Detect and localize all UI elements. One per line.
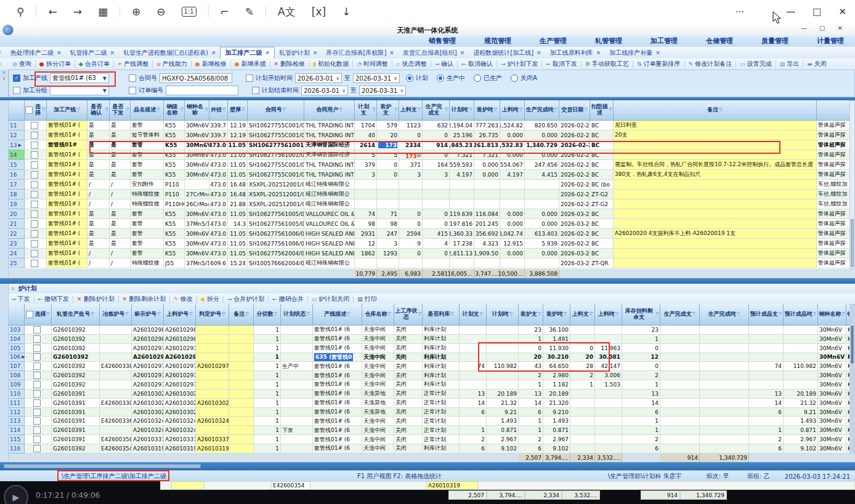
cell[interactable]: 1 bbox=[519, 426, 543, 435]
cell[interactable]: 30Mn6V bbox=[818, 399, 846, 408]
cell[interactable] bbox=[450, 258, 474, 268]
status-radio-生产中[interactable] bbox=[437, 74, 444, 82]
cell[interactable]: 2.980 bbox=[543, 371, 570, 380]
cell[interactable]: 1 bbox=[254, 353, 281, 362]
cell[interactable]: G26010392 bbox=[52, 371, 100, 380]
cell[interactable]: 套管线01# (6 bbox=[313, 408, 362, 417]
cell[interactable]: 套管线01# (6 bbox=[313, 399, 362, 408]
cell[interactable] bbox=[399, 199, 423, 209]
cell[interactable] bbox=[423, 190, 450, 199]
cell[interactable]: 379 bbox=[355, 160, 377, 170]
toolbar-button-新增承揽[interactable]: ●新增承揽 bbox=[232, 60, 269, 68]
cell[interactable] bbox=[660, 417, 700, 426]
cell[interactable]: 1 bbox=[519, 335, 543, 344]
cell[interactable] bbox=[660, 390, 700, 399]
cell[interactable]: 关闭 bbox=[394, 380, 423, 390]
cell[interactable]: 1 bbox=[254, 344, 281, 353]
cell[interactable]: 74 bbox=[355, 209, 377, 219]
toolbar-handle-icon[interactable]: ⁞ bbox=[0, 62, 10, 67]
cell[interactable]: 43 bbox=[519, 362, 543, 371]
column-header-品名描述[interactable]: 品名描述▽ bbox=[131, 100, 164, 121]
cell[interactable]: 20 bbox=[377, 130, 399, 140]
cell[interactable]: 15.24 bbox=[228, 258, 248, 268]
cell[interactable]: 套管线01# (6 bbox=[313, 362, 362, 371]
cell[interactable] bbox=[196, 344, 229, 353]
cell[interactable]: 车丝,螺纹加 bbox=[817, 199, 853, 209]
row-number[interactable]: 106▶ bbox=[9, 353, 25, 362]
cell[interactable]: 25.196 bbox=[450, 130, 474, 140]
filter-funnel-icon[interactable]: ▽ bbox=[222, 108, 225, 113]
scrollbar-thumb[interactable] bbox=[851, 219, 854, 267]
filter-funnel-icon[interactable]: ▽ bbox=[450, 312, 453, 317]
tab-close-icon[interactable]: ✕ bbox=[57, 50, 62, 56]
cell[interactable]: 0 bbox=[519, 344, 543, 353]
plan-start-checkbox[interactable] bbox=[246, 74, 253, 82]
cell[interactable] bbox=[229, 408, 254, 417]
cell[interactable]: 356.692 bbox=[474, 229, 500, 239]
cell[interactable]: 1 bbox=[519, 417, 543, 426]
cell[interactable]: 64.650 bbox=[543, 362, 570, 371]
cell[interactable]: 套管线01# ( bbox=[47, 219, 87, 229]
cell[interactable]: 0 bbox=[423, 150, 450, 160]
cell[interactable] bbox=[595, 444, 622, 454]
cell[interactable]: 是 bbox=[110, 130, 131, 140]
cell[interactable]: 14 bbox=[622, 399, 660, 408]
toolbar-button-删除炉计划[interactable]: ✕删除炉计划 bbox=[75, 295, 117, 303]
cell[interactable] bbox=[229, 344, 254, 353]
cell[interactable]: 98 bbox=[377, 219, 399, 229]
cell[interactable]: 利库计划 bbox=[423, 326, 460, 335]
cell[interactable]: / bbox=[87, 190, 110, 199]
cell[interactable]: 473.0 bbox=[209, 180, 228, 190]
cell[interactable]: 2 bbox=[749, 435, 784, 444]
group-filter-dropdown[interactable]: ▼ bbox=[50, 86, 109, 95]
tab-轧管排产二级[interactable]: 轧管排产二级✕ bbox=[66, 47, 120, 58]
cell[interactable]: 37Mn5/1 bbox=[185, 258, 209, 268]
cell[interactable]: 正常计划 bbox=[423, 399, 460, 408]
cell[interactable]: 4.415 bbox=[525, 170, 559, 180]
cell[interactable]: 0.871 bbox=[784, 426, 818, 435]
cell[interactable]: 20 bbox=[570, 353, 595, 362]
cell[interactable]: 是 bbox=[110, 150, 131, 160]
cell[interactable] bbox=[570, 335, 595, 344]
cell[interactable]: 30Mn6V bbox=[818, 426, 846, 435]
cell[interactable] bbox=[595, 399, 622, 408]
cell[interactable]: G26010392 bbox=[52, 444, 100, 454]
cell[interactable] bbox=[570, 408, 595, 417]
cell[interactable]: 7.321 bbox=[450, 150, 474, 160]
tab-close-icon[interactable]: ✕ bbox=[211, 50, 216, 56]
cell[interactable]: 473.0 bbox=[209, 140, 228, 150]
cell[interactable]: E42600354 bbox=[100, 444, 132, 454]
cell[interactable]: 6 bbox=[749, 444, 784, 454]
filter-funnel-icon[interactable]: ▽ bbox=[737, 312, 740, 317]
cell[interactable] bbox=[196, 380, 229, 390]
cell[interactable] bbox=[487, 380, 519, 390]
cell[interactable] bbox=[595, 408, 622, 417]
cell[interactable] bbox=[355, 258, 377, 268]
cell[interactable]: 2.967 bbox=[543, 435, 570, 444]
cell[interactable] bbox=[460, 344, 487, 353]
cell[interactable]: 14 bbox=[460, 399, 487, 408]
row-checkbox[interactable] bbox=[33, 436, 41, 443]
cell[interactable]: 2 bbox=[570, 371, 595, 380]
cell[interactable]: A26010324 bbox=[164, 417, 196, 426]
cell[interactable]: 11.05 bbox=[228, 150, 248, 160]
tab-加工线排产补量[interactable]: 加工线排产补量✕ bbox=[605, 47, 665, 58]
cell[interactable] bbox=[196, 426, 229, 435]
cell[interactable] bbox=[749, 326, 784, 335]
cell[interactable]: 关闭 bbox=[394, 399, 423, 408]
cell[interactable]: 12.19 bbox=[228, 121, 248, 130]
cell[interactable] bbox=[614, 209, 817, 219]
filter-funnel-icon[interactable]: ▽ bbox=[538, 312, 541, 317]
cell[interactable]: 21.88 bbox=[228, 199, 248, 209]
cell[interactable]: 1862 bbox=[355, 249, 377, 258]
row-checkbox[interactable] bbox=[31, 191, 38, 198]
cell[interactable] bbox=[229, 362, 254, 371]
cell[interactable]: 靖江特殊钢有限公 bbox=[304, 199, 355, 209]
cell[interactable] bbox=[423, 199, 450, 209]
cell[interactable]: 0.000 bbox=[525, 219, 559, 229]
cell[interactable] bbox=[229, 399, 254, 408]
cell[interactable]: 30.210 bbox=[543, 353, 570, 362]
cell[interactable]: 是 bbox=[110, 219, 131, 229]
save-icon[interactable]: ↓ bbox=[342, 0, 351, 23]
cell[interactable] bbox=[749, 344, 784, 353]
